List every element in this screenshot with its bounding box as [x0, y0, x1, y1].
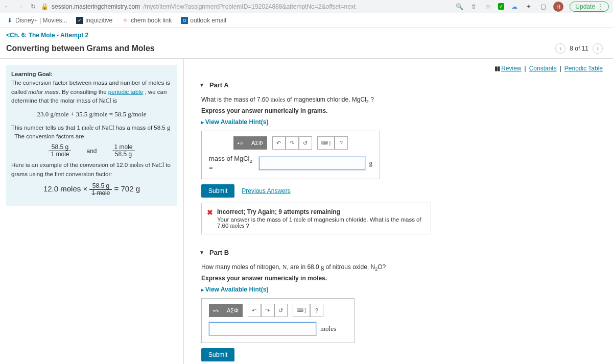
templates-button-b[interactable]: ▪√x [209, 304, 223, 317]
part-a-input[interactable] [259, 157, 365, 170]
greek-button[interactable]: ΑΣΦ [247, 136, 267, 150]
bookmark-inquizitive[interactable]: ✓inquizitive [76, 17, 112, 24]
part-a-previous-answers-link[interactable]: Previous Answers [242, 187, 290, 195]
constants-link[interactable]: Constants [529, 65, 557, 72]
feedback-message: Your answer is the mass of 1 mole of mag… [217, 216, 426, 229]
part-b-hints-link[interactable]: View Available Hint(s) [201, 286, 603, 293]
part-a-toolbar: ▪√x ΑΣΦ ↶ ↷ ↺ ⌨ ] ? [209, 136, 372, 150]
help-button-b[interactable]: ? [310, 304, 323, 317]
eq-molar-mass: 23.0 g/mole + 35.5 g/mole = 58.5 g/mole [11, 109, 172, 119]
cloud-icon[interactable]: ☁ [510, 3, 518, 11]
greek-button-b[interactable]: ΑΣΦ [223, 304, 243, 317]
page-title: Converting between Grams and Moles [0, 43, 161, 58]
bookmark-outlook[interactable]: Ooutlook email [181, 17, 226, 24]
part-a-header[interactable]: ▼ Part A [199, 77, 603, 93]
reload-button[interactable]: ↻ [31, 3, 36, 10]
pager-text: 8 of 11 [570, 45, 588, 52]
conversion-factors: 58.5 g1 mole and 1 mole58.5 g [11, 144, 172, 158]
keyboard-button[interactable]: ⌨ ] [317, 136, 335, 150]
back-button[interactable]: ← [4, 3, 10, 10]
tools-row: ▮▮ Review| Constants| Periodic Table [199, 65, 603, 72]
part-a-input-row: mass of MgCl2 = g [209, 155, 372, 172]
pager: ‹ 8 of 11 › [555, 43, 603, 54]
sidebar: Learning Goal: The conversion factor bet… [0, 59, 184, 364]
part-b-input-row: moles [209, 322, 347, 335]
caret-down-icon: ▼ [199, 250, 204, 255]
learning-goal-box: Learning Goal: The conversion factor bet… [6, 65, 177, 206]
undo-button[interactable]: ↶ [272, 136, 286, 150]
browser-right-icons: 🔍 ⇧ ☆ ✓ ☁ ✦ ▢ H Update ⋮ [455, 2, 609, 12]
window-icon[interactable]: ▢ [539, 3, 547, 11]
part-b-input[interactable] [209, 322, 316, 335]
part-a-submit-button[interactable]: Submit [201, 184, 234, 198]
lock-icon: 🔒 [41, 3, 49, 10]
forward-button[interactable]: → [17, 3, 23, 10]
update-button[interactable]: Update ⋮ [570, 2, 609, 12]
part-a-body: What is the mass of 7.60 moles of magnes… [199, 96, 603, 234]
part-b-submit-button[interactable]: Submit [201, 348, 234, 361]
bookmark-chem[interactable]: ⚛chem book link [122, 17, 172, 24]
part-b-unit: moles [320, 325, 336, 333]
part-b-question: How many moles of nitrogen, N, are in 68… [201, 263, 603, 272]
address-bar[interactable]: 🔒 session.masteringchemistry.com/myct/it… [41, 3, 450, 10]
incorrect-icon: ✖ [207, 208, 213, 216]
part-a-lhs: mass of MgCl2 = [209, 155, 255, 172]
undo-button-b[interactable]: ↶ [248, 304, 261, 317]
profile-avatar[interactable]: H [553, 2, 563, 12]
help-button[interactable]: ? [335, 136, 348, 150]
part-b-toolbar: ▪√x ΑΣΦ ↶ ↷ ↺ ⌨ ] ? [209, 304, 347, 317]
part-a-submit-row: Submit Previous Answers [201, 184, 603, 198]
pager-prev-button[interactable]: ‹ [555, 43, 565, 54]
share-icon[interactable]: ⇧ [469, 3, 478, 11]
periodic-table-link[interactable]: periodic table [108, 89, 143, 95]
periodic-table-link-top[interactable]: Periodic Table [564, 65, 603, 72]
part-b-header[interactable]: ▼ Part B [199, 245, 603, 260]
main: ▮▮ Review| Constants| Periodic Table ▼ P… [184, 59, 613, 364]
reset-button[interactable]: ↺ [299, 136, 312, 150]
feedback-title: Incorrect; Try Again; 9 attempts remaini… [217, 208, 426, 215]
part-a-hints-link[interactable]: View Available Hint(s) [201, 118, 603, 126]
part-b-instruct: Express your answer numerically in moles… [201, 275, 603, 282]
nav-buttons: ← → ↻ [4, 3, 36, 10]
redo-button[interactable]: ↷ [286, 136, 299, 150]
part-a-unit: g [369, 159, 373, 167]
part-a-feedback: ✖ Incorrect; Try Again; 9 attempts remai… [201, 203, 431, 234]
redo-button-b[interactable]: ↷ [261, 304, 274, 317]
pager-next-button[interactable]: › [593, 43, 603, 54]
search-icon[interactable]: 🔍 [455, 3, 463, 11]
url-host: session.masteringchemistry.com [52, 3, 140, 10]
bookmark-disney[interactable]: ⬇Disney+ | Movies... [6, 17, 67, 24]
breadcrumb-link[interactable]: <Ch. 6: The Mole - Attempt 2 [6, 32, 88, 39]
eq-example: 12.0 moles × 58.5 g1 mole = 702 g [11, 183, 172, 197]
puzzle-icon[interactable]: ✦ [525, 3, 533, 11]
part-b-body: How many moles of nitrogen, N, are in 68… [199, 263, 603, 361]
browser-chrome-bar: ← → ↻ 🔒 session.masteringchemistry.com/m… [0, 0, 613, 13]
reset-button-b[interactable]: ↺ [274, 304, 288, 317]
learning-heading: Learning Goal: [11, 71, 53, 77]
part-b-answer-box: ▪√x ΑΣΦ ↶ ↷ ↺ ⌨ ] ? moles [201, 298, 355, 343]
page-content: <Ch. 6: The Mole - Attempt 2 Converting … [0, 28, 613, 364]
part-a-answer-box: ▪√x ΑΣΦ ↶ ↷ ↺ ⌨ ] ? mass of MgCl2 = g [201, 131, 380, 179]
caret-down-icon: ▼ [199, 82, 204, 88]
part-b-submit-row: Submit [201, 348, 603, 361]
url-path: /myct/itemView?assignmentProblemID=19202… [143, 3, 356, 10]
bookmarks-bar: ⬇Disney+ | Movies... ✓inquizitive ⚛chem … [0, 13, 613, 28]
extension-check-icon[interactable]: ✓ [498, 3, 504, 10]
templates-button[interactable]: ▪√x [233, 136, 247, 150]
part-a-instruct: Express your answer numerically in grams… [201, 107, 603, 114]
keyboard-button-b[interactable]: ⌨ ] [293, 304, 310, 317]
review-link[interactable]: ▮▮ Review [494, 65, 522, 72]
part-a-question: What is the mass of 7.60 moles of magnes… [201, 96, 603, 104]
star-icon[interactable]: ☆ [484, 3, 492, 11]
